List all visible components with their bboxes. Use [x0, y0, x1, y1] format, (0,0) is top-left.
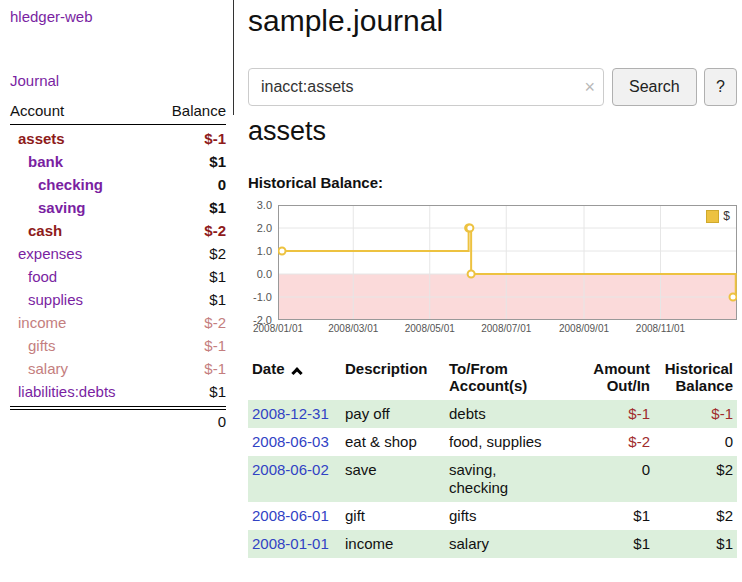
account-link[interactable]: assets [10, 130, 65, 147]
historical-balance-chart: 3.02.01.00.0-1.0-2.0 $ 2008/01/012008/03… [248, 198, 737, 346]
x-axis-tick: 2008/05/01 [405, 323, 455, 334]
x-axis-tick: 2008/03/01 [328, 323, 378, 334]
transaction-row: 2008-01-01 income salary $1 $1 [248, 530, 737, 558]
date-header-label: Date [252, 360, 285, 377]
y-axis-tick: 2.0 [257, 222, 272, 234]
account-link[interactable]: food [10, 268, 57, 285]
account-link[interactable]: income [10, 314, 66, 331]
account-row: salary $-1 [10, 357, 226, 380]
account-link[interactable]: saving [10, 199, 86, 216]
transaction-balance: 0 [650, 433, 737, 451]
transaction-date-link[interactable]: 2008-06-01 [252, 507, 329, 524]
column-header-balance: Historical Balance [650, 360, 737, 394]
account-link[interactable]: salary [10, 360, 68, 377]
account-balance: $-1 [204, 130, 226, 147]
column-header-date[interactable]: Date [248, 360, 345, 377]
x-axis: 2008/01/012008/03/012008/05/012008/07/01… [278, 323, 737, 337]
register-rows: 2008-12-31 pay off debts $-1 $-1 2008-06… [248, 400, 737, 558]
y-axis-tick: 0.0 [257, 268, 272, 280]
account-row: cash $-2 [10, 219, 226, 242]
search-button[interactable]: Search [612, 68, 697, 106]
transaction-accounts: salary [449, 535, 580, 553]
help-button[interactable]: ? [704, 68, 737, 106]
x-axis-tick: 2008/09/01 [559, 323, 609, 334]
account-column-header: Account [10, 102, 64, 119]
transaction-amount: $1 [580, 507, 650, 525]
account-link[interactable]: bank [10, 153, 63, 170]
chart-canvas [278, 205, 737, 320]
account-balance: $2 [209, 245, 226, 262]
account-link[interactable]: checking [10, 176, 103, 193]
account-link[interactable]: liabilities:debts [10, 383, 116, 400]
transaction-date-link[interactable]: 2008-06-02 [252, 461, 329, 478]
account-row: bank $1 [10, 150, 226, 173]
account-balance: $-1 [204, 360, 226, 377]
page-title: sample.journal [248, 4, 443, 38]
total-row: 0 [10, 409, 226, 432]
transaction-row: 2008-06-01 gift gifts $1 $2 [248, 502, 737, 530]
transaction-balance: $2 [650, 507, 737, 525]
account-row: checking 0 [10, 173, 226, 196]
transaction-balance: $-1 [650, 405, 737, 423]
x-axis-tick: 2008/11/01 [636, 323, 685, 334]
transaction-date-link[interactable]: 2008-12-31 [252, 405, 329, 422]
account-heading: assets [248, 116, 326, 147]
app-title-link[interactable]: hledger-web [10, 8, 93, 25]
balance-column-header: Balance [172, 102, 226, 119]
legend-swatch-icon [706, 210, 719, 223]
transaction-accounts: gifts [449, 507, 580, 525]
account-rows: assets $-1 bank $1 checking 0 saving $1 … [10, 125, 226, 407]
account-balance: $1 [209, 153, 226, 170]
plot-area: $ [278, 205, 737, 320]
column-header-amount: Amount Out/In [580, 360, 650, 394]
chart-title: Historical Balance: [248, 174, 383, 191]
x-axis-tick: 2008/07/01 [481, 323, 531, 334]
y-axis-tick: -1.0 [253, 291, 272, 303]
main-content: sample.journal × Search ? assets Histori… [248, 0, 737, 582]
transaction-amount: $-1 [580, 405, 650, 423]
account-row: assets $-1 [10, 127, 226, 150]
column-header-description: Description [345, 360, 449, 377]
transaction-accounts: debts [449, 405, 580, 423]
transaction-balance: $2 [650, 461, 737, 479]
account-link[interactable]: expenses [10, 245, 82, 262]
transaction-description: pay off [345, 405, 449, 423]
account-tree-header: Account Balance [10, 102, 226, 125]
account-balance: 0 [218, 176, 226, 193]
column-header-accounts: To/From Account(s) [449, 360, 580, 394]
account-link[interactable]: supplies [10, 291, 83, 308]
clear-search-icon[interactable]: × [584, 78, 595, 96]
transaction-description: income [345, 535, 449, 553]
register-header-row: Date Description To/From Account(s) Amou… [248, 360, 737, 400]
transaction-row: 2008-12-31 pay off debts $-1 $-1 [248, 400, 737, 428]
transaction-description: gift [345, 507, 449, 525]
y-axis-tick: 1.0 [257, 245, 272, 257]
transaction-balance: $1 [650, 535, 737, 553]
sidebar-item-journal[interactable]: Journal [10, 72, 59, 89]
transaction-row: 2008-06-02 save saving, checking 0 $2 [248, 456, 737, 502]
account-balance: $1 [209, 291, 226, 308]
x-axis-tick: 2008/01/01 [253, 323, 303, 334]
transaction-amount: 0 [580, 461, 650, 479]
search-form: × Search ? [248, 68, 737, 106]
account-row: supplies $1 [10, 288, 226, 311]
account-tree: Account Balance assets $-1 bank $1 check… [10, 102, 226, 432]
account-balance: $-1 [204, 337, 226, 354]
chart-legend: $ [704, 208, 732, 224]
transaction-date-link[interactable]: 2008-06-03 [252, 433, 329, 450]
transaction-accounts: saving, checking [449, 461, 580, 497]
account-row: liabilities:debts $1 [10, 380, 226, 403]
account-row: expenses $2 [10, 242, 226, 265]
transaction-description: save [345, 461, 449, 479]
search-input[interactable] [248, 68, 604, 106]
account-link[interactable]: gifts [10, 337, 56, 354]
transaction-amount: $1 [580, 535, 650, 553]
account-link[interactable]: cash [10, 222, 62, 239]
search-box: × [248, 68, 604, 106]
y-axis: 3.02.01.00.0-1.0-2.0 [248, 205, 274, 320]
transaction-date-link[interactable]: 2008-01-01 [252, 535, 329, 552]
legend-label: $ [723, 209, 730, 223]
transaction-description: eat & shop [345, 433, 449, 451]
transaction-amount: $-2 [580, 433, 650, 451]
account-row: income $-2 [10, 311, 226, 334]
